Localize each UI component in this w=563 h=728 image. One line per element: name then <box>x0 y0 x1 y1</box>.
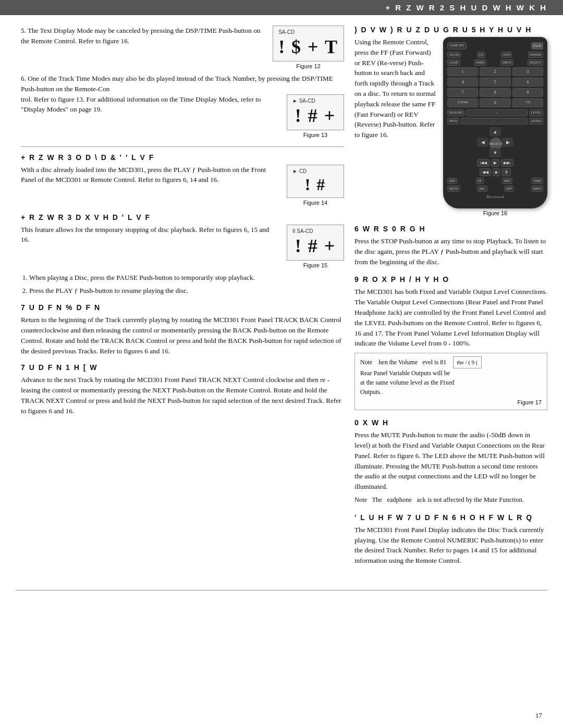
figure-13-content: ! # + <box>292 105 338 127</box>
remote-brand: ℳcIntosh <box>447 194 543 199</box>
figure-13-box: ► SA-CD ! # + <box>287 94 344 130</box>
intro-section: 5. The Text Display Mode may be canceled… <box>21 26 344 138</box>
remote-rev-btn2[interactable]: REV <box>502 178 512 184</box>
divider-1 <box>21 146 344 147</box>
remote-dsp-btn[interactable]: DSP <box>447 178 457 184</box>
remote-pause-btn[interactable]: ⏸ <box>501 168 511 176</box>
pause-intro-text: This feature allows for the temporary st… <box>21 225 275 245</box>
remote-dvd-btn[interactable]: DVD <box>501 52 512 58</box>
remote-transport-row1: |◀◀ ▶ ▶▶| <box>447 159 543 167</box>
remote-src-btn[interactable]: SRC <box>477 186 487 192</box>
remote-input-btn[interactable]: INPUT <box>500 59 514 66</box>
remote-sacd-btn[interactable]: SA-CD <box>447 52 461 58</box>
remote-power2-btn[interactable]: POWER <box>528 52 543 58</box>
remote-cd-btn[interactable]: CD <box>477 52 485 58</box>
remote-right-btn[interactable]: ▶ <box>502 138 513 147</box>
figure-17-caption: Figure 17 <box>360 398 542 407</box>
figure-13-caption: Figure 13 <box>303 132 327 138</box>
remote-next-btn[interactable]: ▶▶| <box>501 159 513 167</box>
point-6-text: 6. One of the Track Time Modes may also … <box>21 73 344 94</box>
track-back-text: Return to the beginning of the Track cur… <box>21 315 344 356</box>
remote-page-btn[interactable]: PAGE <box>447 118 459 125</box>
remote-up-btn[interactable]: ▲ <box>489 127 501 137</box>
figure-17-layout: Note hen the Volume evel is 81 the / ( 9… <box>360 356 542 397</box>
remote-vol-row: PAGE − AUDIO <box>447 118 543 125</box>
figure-14-content: ! # <box>292 175 338 194</box>
point-5-text: 5. The Text Display Mode may be canceled… <box>21 26 261 46</box>
remote-select-btn[interactable]: SELECT <box>528 59 543 66</box>
remote-figure-caption: Figure 16 <box>483 210 507 216</box>
remote-back-btn[interactable]: |◀◀ <box>477 159 489 167</box>
direct-text: The MCD301 Front Panel Display indicates… <box>354 525 547 566</box>
remote-bottom-row1: DSP FF REV TIME <box>447 178 543 184</box>
section-pause-title: + R Z W R 3 D X V H D ' L V F <box>21 213 344 221</box>
remote-dsound-btn[interactable]: DSOUND <box>447 109 464 116</box>
remote-open-btn[interactable]: OPEN <box>474 59 486 66</box>
remote-down-btn[interactable]: ▼ <box>489 148 501 157</box>
remote-row-2: SA-CD CD DVD POWER <box>447 52 543 58</box>
pause-block: This feature allows for the temporary st… <box>21 225 344 268</box>
direct-title: ' L U H F W 7 U D F N 6 H O H F W L R Q <box>354 513 547 522</box>
section-fast-forward: ) D V W ) R U Z D U G R U 5 H Y H U V H … <box>354 26 547 216</box>
point-6-block: trol. Refer to figure 13. For additional… <box>21 94 344 138</box>
figure-14-caption: Figure 14 <box>303 200 327 206</box>
figure-17-note-text: Note hen the Volume evel is 81 the / ( 9… <box>360 356 542 397</box>
header-title: + R Z W R 2 S H U D W H W K H <box>385 3 547 12</box>
remote-left-btn[interactable]: ◀ <box>477 138 488 147</box>
figure-13-wrap: ► SA-CD ! # + Figure 13 <box>287 94 344 138</box>
remote-time-btn[interactable]: TIME <box>531 178 543 184</box>
remote-code-set-btn[interactable]: CODE SET <box>447 42 467 50</box>
page-header: + R Z W R 2 S H U D W H W K H <box>0 0 563 15</box>
figure-15-box: II SA-CD ! # + <box>287 225 344 261</box>
remote-figure-wrap: CODE SET PWR SA-CD CD DVD POWER LOAD <box>443 37 547 216</box>
remote-btn-0[interactable]: 0 <box>480 98 510 107</box>
remote-load-btn[interactable]: LOAD <box>447 59 460 66</box>
remote-power-btn[interactable]: PWR <box>531 42 543 50</box>
remote-transport-row2: ◀◀ ■ ⏸ <box>447 168 543 176</box>
pause-steps-list: When playing a Disc, press the PAUSE Pus… <box>21 273 344 297</box>
remote-btn-5[interactable]: 5 <box>480 78 510 87</box>
figure-15-content: ! # + <box>292 235 338 257</box>
remote-audio-btn[interactable]: AUDIO <box>529 118 543 125</box>
figure-17-note: Note hen the Volume evel is 81 <box>360 359 449 366</box>
remote-play-btn[interactable]: ▶ <box>491 159 499 167</box>
remote-dsp-row: DSOUND + LEVEL <box>447 109 543 116</box>
remote-btn-clear[interactable]: CLEAR <box>447 98 478 107</box>
remote-mute-btn[interactable]: MUTE <box>447 186 460 192</box>
remote-btn-3[interactable]: 3 <box>512 67 543 76</box>
remote-rpt-btn[interactable]: RPT <box>504 186 514 192</box>
pause-step-2: Press the PLAY ƒ Push-button to resume p… <box>29 286 344 296</box>
remote-btn-8[interactable]: 8 <box>480 88 510 97</box>
remote-rev-btn[interactable]: ◀◀ <box>480 168 491 176</box>
volume-title: 9 R O X P H / H Y H O <box>354 275 547 283</box>
remote-btn-1[interactable]: 1 <box>447 67 478 76</box>
remote-btn-9[interactable]: 9 <box>512 88 543 97</box>
section-track-back: 7 U D F N % D F N Return to the beginnin… <box>21 303 344 356</box>
remote-vol-minus-btn[interactable]: − <box>461 118 528 125</box>
section-pause: + R Z W R 3 D X V H D ' L V F This featu… <box>21 213 344 297</box>
figure-14-wrap: ► CD ! # Figure 14 <box>287 165 344 206</box>
figure-12-sa-cd: SA-CD <box>278 29 338 35</box>
section-direct: ' L U H F W 7 U D F N 6 H O H F W L R Q … <box>354 513 547 566</box>
figure-12-box: SA-CD ! $ + T <box>273 26 344 61</box>
remote-btn-4[interactable]: 4 <box>447 78 478 87</box>
figure-15-caption: Figure 15 <box>303 262 327 268</box>
play-text: With a disc already loaded into the MCD3… <box>21 165 275 186</box>
remote-stop-btn[interactable]: ■ <box>493 168 500 176</box>
figure-17-indicator: the / ( 9 ( <box>453 356 481 368</box>
remote-btn-7[interactable]: 7 <box>447 88 478 97</box>
remote-btn-6[interactable]: 6 <box>512 78 543 87</box>
remote-numeric-grid: 1 2 3 4 5 6 7 8 9 CLEAR 0 +10 <box>447 67 543 107</box>
point-5-block: 5. The Text Display Mode may be canceled… <box>21 26 344 69</box>
remote-btn-2[interactable]: 2 <box>480 67 510 76</box>
figure-15-sa-cd: II SA-CD <box>292 228 338 234</box>
remote-brand-text: ℳcIntosh <box>486 195 505 199</box>
remote-shuf-btn[interactable]: SHUF <box>531 186 543 192</box>
section-track-next: 7 U D F N 1 H [ W Advance to the next Tr… <box>21 363 344 416</box>
remote-vol-plus-btn[interactable]: + <box>466 109 528 116</box>
remote-level-btn[interactable]: LEVEL <box>529 109 543 116</box>
remote-ff-btn[interactable]: FF <box>476 178 484 184</box>
mute-title: 0 X W H <box>354 418 547 427</box>
point-6-continued: trol. Refer to figure 13. For additional… <box>21 94 275 115</box>
remote-btn-plus10[interactable]: +10 <box>512 98 543 107</box>
